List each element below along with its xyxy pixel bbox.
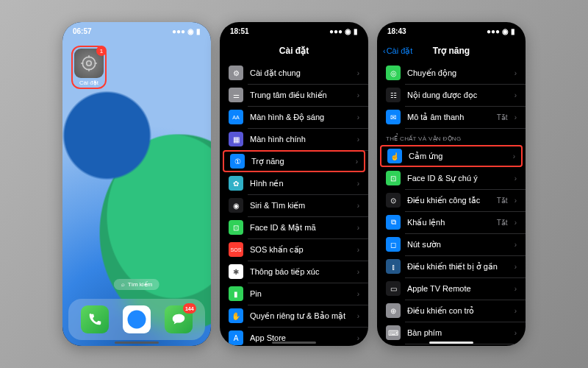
chevron-right-icon: › (514, 174, 517, 183)
settings-row-n-i-dung-c-c[interactable]: ☷Nội dung được đọc› (377, 84, 526, 106)
person-icon: ① (230, 154, 245, 169)
row-label: Apple TV Remote (407, 284, 508, 293)
settings-row--i-u-khi-n-c-ng-t-c[interactable]: ⊙Điều khiển công tắcTắt› (377, 189, 526, 211)
row-value: Tắt (497, 113, 508, 121)
row-label: Bàn phím (407, 328, 508, 337)
settings-row-apple-tv-remote[interactable]: ▭Apple TV Remote› (377, 277, 526, 300)
chevron-right-icon: › (514, 113, 517, 121)
touch-icon: ☝ (387, 149, 402, 163)
settings-list[interactable]: ⚙Cài đặt chung›⚌Trung tâm điều khiển›AAM… (220, 62, 368, 346)
battery-icon: ▮ (354, 27, 358, 35)
settings-row-siri-t-m-ki-m[interactable]: ◉Siri & Tìm kiếm› (220, 194, 368, 216)
settings-row-pin[interactable]: ▮Pin› (220, 283, 368, 305)
settings-row-airpods[interactable]: ⋒AirPods› (377, 344, 526, 346)
row-label: Mô tả âm thanh (407, 113, 490, 122)
faceid-icon: ⊡ (229, 220, 243, 235)
status-time: 06:57 (73, 27, 92, 35)
settings-row-trung-t-m-i-u-khi-n[interactable]: ⚌Trung tâm điều khiển› (220, 84, 368, 106)
chevron-right-icon: › (357, 224, 359, 232)
settings-row-chuy-n-ng[interactable]: ◎Chuyển động› (377, 62, 526, 84)
status-bar: 18:51 ●●● ◉ ▮ (220, 22, 368, 40)
row-label: Face ID & Sự chú ý (407, 174, 508, 183)
phone-icon (87, 311, 103, 328)
grid-icon: ▦ (229, 132, 243, 146)
phone-app[interactable] (81, 305, 109, 333)
settings-row-face-id-m-t-m-[interactable]: ⊡Face ID & Mật mã› (220, 216, 368, 238)
chevron-right-icon: › (357, 334, 359, 342)
chevron-right-icon: › (357, 268, 359, 276)
settings-row-th-ng-b-o-ti-p-x-c[interactable]: ✱Thông báo tiếp xúc› (220, 261, 368, 283)
settings-badge: 1 (96, 46, 107, 56)
chevron-right-icon: › (356, 158, 358, 166)
home-indicator[interactable] (429, 342, 473, 344)
chevron-right-icon: › (514, 307, 517, 315)
settings-row-kh-u-l-nh[interactable]: ⧉Khẩu lệnhTắt› (377, 211, 526, 233)
row-value: Tắt (497, 197, 508, 205)
svg-point-1 (87, 61, 92, 66)
chevron-right-icon: › (514, 329, 517, 337)
sliders-icon: ⚌ (229, 88, 243, 102)
status-time: 18:51 (230, 27, 249, 35)
chevron-right-icon: › (357, 135, 359, 144)
row-label: Cảm ứng (409, 152, 506, 161)
chevron-right-icon: › (357, 180, 359, 188)
settings-row-face-id-s-ch-[interactable]: ⊡Face ID & Sự chú ý› (377, 167, 526, 189)
spotlight-search[interactable]: ⌕ Tìm kiếm (114, 279, 159, 290)
settings-row-n-t-s-n[interactable]: ◻Nút sườn› (377, 233, 526, 255)
section-header: THỂ CHẤT VÀ VẬN ĐỘNG (377, 128, 526, 145)
flower-icon: ✿ (229, 176, 243, 191)
row-label: Quyền riêng tư & Bảo mật (250, 311, 351, 321)
row-label: Siri & Tìm kiếm (250, 201, 351, 210)
settings-row-c-m-ng[interactable]: ☝Cảm ứng› (380, 145, 523, 167)
row-label: Face ID & Mật mã (250, 223, 351, 233)
row-label: Thông báo tiếp xúc (250, 267, 351, 277)
AA-icon: AA (229, 110, 243, 124)
row-label: Nút sườn (407, 240, 508, 250)
settings-row-m-t-m-thanh[interactable]: ✉Mô tả âm thanhTắt› (377, 106, 526, 128)
button-icon: ◻ (386, 237, 401, 252)
messages-app[interactable]: 144 (165, 305, 193, 333)
keyboard-icon: ⌨ (386, 325, 401, 340)
page-title: Trợ năng (433, 46, 470, 56)
row-label: Pin (250, 289, 351, 298)
settings-row-tr-n-ng[interactable]: ①Trợ năng› (223, 150, 365, 172)
chevron-right-icon: › (357, 246, 359, 254)
wifi-icon: ◉ (502, 27, 509, 35)
chevron-right-icon: › (514, 197, 517, 205)
SOS-icon: SOS (229, 242, 243, 257)
settings-row-c-i-t-chung[interactable]: ⚙Cài đặt chung› (220, 62, 368, 84)
settings-row-m-n-h-nh-ch-nh[interactable]: ▦Màn hình chính› (220, 128, 368, 150)
nav-bar: Cài đặt (220, 40, 368, 62)
signal-icon: ●●● (487, 27, 500, 35)
gear-icon (79, 54, 98, 73)
settings-row-h-nh-n-n[interactable]: ✿Hình nền› (220, 172, 368, 194)
row-label: Chuyển động (407, 68, 508, 78)
settings-row--i-u-khi-n-con-tr-[interactable]: ⊕Điều khiển con trỏ› (377, 300, 526, 322)
chevron-right-icon: › (357, 202, 359, 210)
settings-row-quy-n-ri-ng-t-b-o-m-t[interactable]: ✋Quyền riêng tư & Bảo mật› (220, 305, 368, 327)
back-label: Cài đặt (387, 46, 413, 56)
settings-row-sos-kh-n-c-p[interactable]: SOSSOS khẩn cấp› (220, 238, 368, 261)
settings-app[interactable]: 1 (74, 49, 104, 78)
row-label: Màn hình & Độ sáng (250, 113, 351, 122)
tv-icon: ▭ (386, 281, 401, 296)
settings-row--i-u-khi-n-thi-t-b-g-n[interactable]: ⫿Điều khiển thiết bị ở gần› (377, 255, 526, 277)
status-bar: 06:57 ●●● ◉ ▮ (62, 22, 211, 40)
status-icons: ●●● ◉ ▮ (487, 27, 515, 35)
chevron-right-icon: › (514, 69, 517, 77)
gear-icon: ⚙ (229, 66, 243, 80)
chevron-right-icon: › (514, 91, 517, 99)
chevron-right-icon: › (357, 290, 359, 298)
safari-icon (126, 308, 148, 330)
settings-row-m-n-h-nh-s-ng[interactable]: AAMàn hình & Độ sáng› (220, 106, 368, 128)
dock: 144 (68, 299, 205, 340)
home-indicator[interactable] (115, 342, 159, 344)
pointer-icon: ⊕ (386, 303, 401, 318)
settings-row-b-n-ph-m[interactable]: ⌨Bàn phím› (377, 322, 526, 344)
search-label: Tìm kiếm (128, 281, 152, 288)
home-indicator[interactable] (272, 342, 316, 344)
safari-app[interactable] (123, 305, 151, 333)
search-icon: ⌕ (121, 281, 125, 288)
back-button[interactable]: ‹ Cài đặt (383, 46, 412, 56)
accessibility-list[interactable]: ◎Chuyển động›☷Nội dung được đọc›✉Mô tả â… (377, 62, 526, 346)
